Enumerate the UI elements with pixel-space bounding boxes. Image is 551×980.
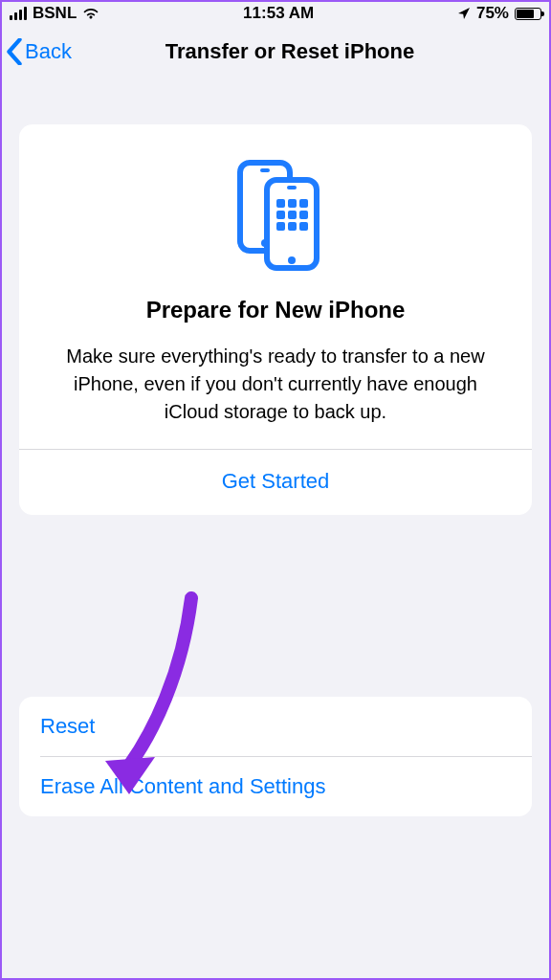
reset-button[interactable]: Reset — [19, 697, 532, 756]
nav-bar: Back Transfer or Reset iPhone — [0, 27, 551, 77]
svg-rect-14 — [299, 222, 308, 231]
svg-rect-10 — [288, 211, 297, 219]
status-bar: BSNL 11:53 AM 75% — [0, 0, 551, 27]
svg-rect-13 — [288, 222, 297, 231]
svg-rect-6 — [276, 199, 285, 208]
status-right: 75% — [457, 4, 541, 23]
battery-icon — [515, 8, 541, 20]
page-title: Transfer or Reset iPhone — [165, 39, 414, 64]
svg-rect-9 — [276, 211, 285, 219]
back-button[interactable]: Back — [6, 27, 72, 77]
wifi-icon — [82, 7, 99, 20]
svg-rect-1 — [260, 168, 270, 172]
prepare-card: Prepare for New iPhone Make sure everyth… — [19, 124, 532, 515]
carrier-label: BSNL — [33, 4, 77, 23]
erase-all-button[interactable]: Erase All Content and Settings — [19, 757, 532, 816]
reset-options-card: Reset Erase All Content and Settings — [19, 697, 532, 816]
prepare-heading: Prepare for New iPhone — [46, 297, 505, 323]
back-label: Back — [25, 39, 72, 64]
battery-percent-label: 75% — [476, 4, 509, 23]
two-phones-icon — [223, 157, 328, 272]
prepare-card-body: Prepare for New iPhone Make sure everyth… — [19, 124, 532, 449]
svg-rect-11 — [299, 211, 308, 219]
location-icon — [457, 7, 471, 20]
status-time: 11:53 AM — [243, 4, 314, 23]
prepare-description: Make sure everything's ready to transfer… — [46, 343, 505, 426]
svg-point-5 — [288, 256, 296, 264]
svg-rect-8 — [299, 199, 308, 208]
svg-rect-12 — [276, 222, 285, 231]
cellular-signal-icon — [10, 7, 27, 20]
svg-rect-7 — [288, 199, 297, 208]
chevron-left-icon — [6, 38, 23, 65]
svg-rect-4 — [287, 186, 297, 189]
status-left: BSNL — [10, 4, 99, 23]
get-started-button[interactable]: Get Started — [19, 450, 532, 515]
